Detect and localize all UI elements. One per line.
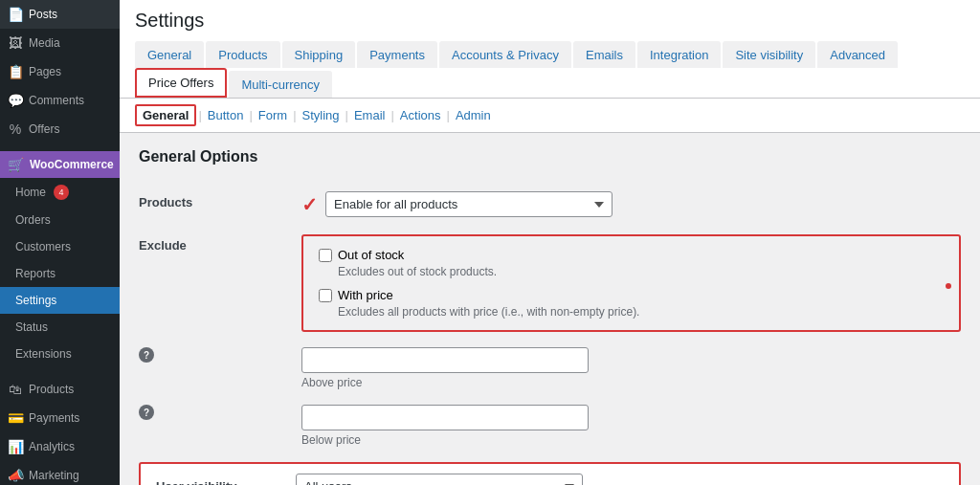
products-field-label: Products	[139, 191, 301, 209]
tab-payments[interactable]: Payments	[357, 41, 437, 68]
user-visibility-box: User visibility All users Logged in user…	[139, 462, 961, 485]
sidebar-item-products[interactable]: 🛍 Products	[0, 375, 120, 404]
out-of-stock-checkbox[interactable]	[319, 249, 332, 262]
sidebar-item-customers[interactable]: Customers	[0, 233, 120, 260]
sidebar-item-label: Posts	[29, 8, 57, 21]
sub-tab-actions[interactable]: Actions	[396, 106, 445, 124]
status-label: Status	[15, 320, 48, 334]
below-price-input[interactable]	[301, 405, 589, 430]
sidebar-item-settings[interactable]: Settings	[0, 287, 120, 314]
payments-label: Payments	[29, 411, 79, 425]
sidebar: 📄 Posts 🖼 Media 📋 Pages 💬 Comments % Off…	[0, 0, 120, 485]
sep-3: |	[291, 108, 298, 122]
settings-label: Settings	[15, 294, 56, 307]
home-label: Home	[15, 186, 46, 199]
sidebar-item-label: Pages	[29, 65, 61, 78]
woocommerce-menu: 🛒 WooCommerce	[0, 151, 120, 178]
tab-integration[interactable]: Integration	[637, 41, 721, 68]
sub-tab-general[interactable]: General	[135, 104, 196, 126]
analytics-label: Analytics	[29, 440, 75, 453]
offers-icon: %	[8, 121, 23, 137]
sidebar-item-status[interactable]: Status	[0, 314, 120, 341]
sep-6: |	[445, 108, 452, 122]
out-of-stock-label[interactable]: Out of stock	[338, 248, 404, 262]
exclude-field-label: Exclude	[139, 234, 301, 253]
sidebar-item-comments[interactable]: 💬 Comments	[0, 86, 120, 115]
marketing-label: Marketing	[29, 469, 79, 482]
sidebar-item-reports[interactable]: Reports	[0, 260, 120, 287]
tab-multi-currency[interactable]: Multi-currency	[229, 71, 332, 98]
exclude-box: Out of stock Excludes out of stock produ…	[301, 234, 961, 332]
products-row: Products ✓ Enable for all products Disab…	[139, 181, 961, 227]
red-dot	[946, 283, 951, 289]
sub-tab-email[interactable]: Email	[350, 106, 390, 124]
section-title: General Options	[139, 148, 961, 165]
below-price-label-col: ?	[139, 405, 301, 420]
customers-label: Customers	[15, 240, 71, 254]
extensions-label: Extensions	[15, 347, 72, 361]
orders-label: Orders	[15, 213, 51, 227]
out-of-stock-checkbox-row: Out of stock	[319, 248, 944, 262]
sep-4: |	[344, 108, 350, 122]
sidebar-item-label: Comments	[29, 94, 84, 107]
above-price-input[interactable]	[301, 347, 589, 373]
home-badge: 4	[54, 185, 69, 200]
products-control: ✓ Enable for all products Disable for al…	[301, 191, 961, 217]
media-icon: 🖼	[8, 35, 23, 51]
with-price-label[interactable]: With price	[338, 288, 393, 302]
products-icon: 🛍	[8, 382, 23, 397]
sidebar-item-home[interactable]: Home 4	[0, 178, 120, 207]
sidebar-item-extensions[interactable]: Extensions	[0, 341, 120, 367]
out-of-stock-desc: Excludes out of stock products.	[338, 265, 944, 278]
sub-tab-button[interactable]: Button	[204, 106, 248, 124]
user-visibility-dropdown[interactable]: All users Logged in users Logged out use…	[296, 474, 583, 485]
page-title: Settings	[135, 10, 965, 32]
below-price-sublabel: Below price	[301, 433, 589, 447]
with-price-checkbox[interactable]	[319, 289, 332, 302]
tab-site-visibility[interactable]: Site visibility	[723, 41, 815, 68]
woo-icon: 🛒	[8, 157, 24, 172]
exclude-out-of-stock: Out of stock Excludes out of stock produ…	[319, 248, 944, 278]
pages-icon: 📋	[8, 64, 23, 79]
sidebar-item-analytics[interactable]: 📊 Analytics	[0, 432, 120, 461]
sub-tab-styling[interactable]: Styling	[299, 106, 344, 124]
comments-icon: 💬	[8, 93, 23, 108]
with-price-checkbox-row: With price	[319, 288, 944, 302]
marketing-icon: 📣	[8, 468, 23, 483]
tab-shipping[interactable]: Shipping	[282, 41, 356, 68]
tab-advanced[interactable]: Advanced	[817, 41, 898, 68]
reports-label: Reports	[15, 267, 56, 280]
tab-price-offers[interactable]: Price Offers	[135, 68, 227, 98]
sidebar-item-posts[interactable]: 📄 Posts	[0, 0, 120, 29]
sidebar-item-pages[interactable]: 📋 Pages	[0, 57, 120, 86]
sub-nav: General | Button | Form | Styling | Emai…	[120, 99, 980, 133]
above-price-sublabel: Above price	[301, 376, 589, 389]
sidebar-item-label: Offers	[29, 122, 59, 136]
above-price-help-icon[interactable]: ?	[139, 347, 154, 363]
tab-products[interactable]: Products	[206, 41, 279, 68]
tab-accounts-privacy[interactable]: Accounts & Privacy	[439, 41, 571, 68]
sep-5: |	[389, 108, 395, 122]
woo-label: WooCommerce	[30, 158, 114, 171]
sidebar-item-marketing[interactable]: 📣 Marketing	[0, 461, 120, 485]
sub-tab-form[interactable]: Form	[255, 106, 291, 124]
tab-general[interactable]: General	[135, 41, 204, 68]
sidebar-item-orders[interactable]: Orders	[0, 207, 120, 233]
payments-icon: 💳	[8, 410, 23, 426]
main-content: Settings General Products Shipping Payme…	[120, 0, 980, 485]
products-dropdown[interactable]: Enable for all products Disable for all …	[325, 191, 612, 217]
analytics-icon: 📊	[8, 439, 23, 454]
with-price-desc: Excludes all products with price (i.e., …	[338, 305, 944, 319]
sidebar-item-media[interactable]: 🖼 Media	[0, 29, 120, 57]
products-label: Products	[29, 383, 74, 396]
below-price-help-icon[interactable]: ?	[139, 405, 154, 420]
sub-tab-admin[interactable]: Admin	[452, 106, 495, 124]
sidebar-item-offers[interactable]: % Offers	[0, 115, 120, 143]
checkmark-icon: ✓	[301, 193, 318, 216]
sep-1: |	[196, 108, 203, 122]
below-price-control: Below price	[301, 405, 589, 447]
content-area: General Options Products ✓ Enable for al…	[120, 133, 980, 485]
tab-emails[interactable]: Emails	[573, 41, 635, 68]
sidebar-item-payments[interactable]: 💳 Payments	[0, 404, 120, 432]
exclude-section: Exclude Out of stock Excludes out of sto…	[139, 227, 961, 340]
